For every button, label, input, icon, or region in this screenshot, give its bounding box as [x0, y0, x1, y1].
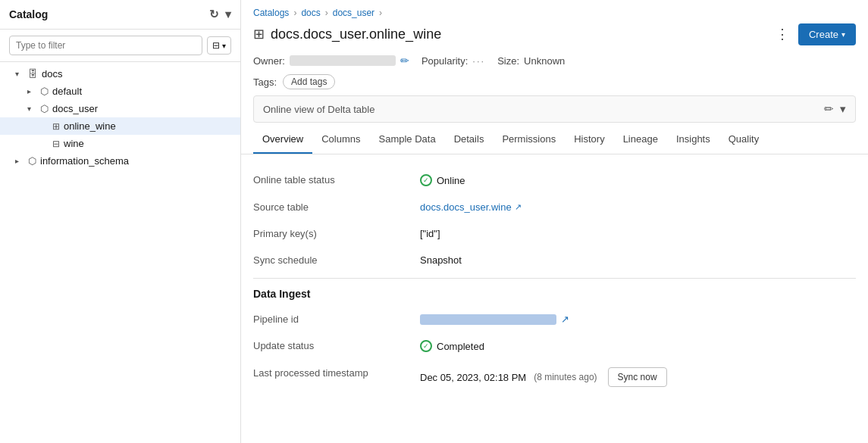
more-options-button[interactable]: ⋮: [772, 23, 792, 45]
tabs-bar: Overview Columns Sample Data Details Per…: [241, 126, 868, 154]
property-last-processed: Last processed timestamp Dec 05, 2023, 0…: [253, 360, 856, 395]
section-divider: [253, 278, 856, 279]
delta-banner-actions: ✏ ▾: [824, 102, 846, 116]
title-bar: ⊞ docs.docs_user.online_wine ⋮ Create ▾: [241, 18, 868, 51]
tab-insights[interactable]: Insights: [667, 126, 719, 154]
sidebar-header-actions: ↻ ▾: [209, 8, 231, 21]
sidebar: Catalog ↻ ▾ ⊟ ▾ ▾ 🗄 docs ▸ ⬡ default ▾ ⬡: [0, 0, 241, 443]
edit-owner-icon[interactable]: ✏: [400, 55, 409, 67]
schema-icon: ⬡: [28, 155, 36, 167]
property-label: Update status: [253, 340, 420, 351]
create-chevron-icon: ▾: [841, 30, 845, 39]
size-field: Size: Unknown: [497, 55, 565, 67]
owner-field: Owner: ✏: [253, 55, 409, 67]
tab-overview[interactable]: Overview: [253, 126, 312, 154]
size-value: Unknown: [524, 55, 565, 67]
filter-button[interactable]: ⊟ ▾: [207, 36, 231, 55]
tree-item-online-wine[interactable]: ▸ ⊞ online_wine: [0, 117, 240, 135]
tags-label: Tags:: [253, 76, 277, 88]
overview-content: Online table status Online Source table …: [241, 154, 868, 443]
property-value: Dec 05, 2023, 02:18 PM (8 minutes ago) S…: [420, 367, 667, 387]
meta-row: Owner: ✏ Popularity: ··· Size: Unknown: [241, 51, 868, 73]
title-right: ⋮ Create ▾: [772, 23, 856, 45]
property-label: Last processed timestamp: [253, 367, 420, 379]
tree-item-docs-user[interactable]: ▾ ⬡ docs_user: [0, 100, 240, 117]
filter-chevron-icon: ▾: [222, 42, 226, 50]
chevron-icon: ▸: [27, 87, 36, 95]
relative-time: (8 minutes ago): [534, 372, 597, 382]
property-value: Online: [420, 174, 465, 186]
tab-lineage[interactable]: Lineage: [614, 126, 667, 154]
owner-label: Owner:: [253, 55, 285, 67]
breadcrumb: Catalogs › docs › docs_user ›: [241, 0, 868, 18]
property-label: Sync schedule: [253, 254, 420, 266]
sync-now-button[interactable]: Sync now: [608, 367, 667, 387]
tree-item-information-schema[interactable]: ▸ ⬡ information_schema: [0, 152, 240, 170]
breadcrumb-sep: ›: [293, 8, 296, 18]
tree-item-default[interactable]: ▸ ⬡ default: [0, 83, 240, 100]
property-value: ["id"]: [420, 228, 440, 239]
create-button[interactable]: Create ▾: [798, 23, 856, 45]
main-content: Catalogs › docs › docs_user › ⊞ docs.doc…: [241, 0, 868, 443]
search-input[interactable]: [9, 36, 202, 55]
external-link-icon: ↗: [515, 202, 522, 212]
filter-icon: ⊟: [212, 40, 220, 51]
sync-schedule-text: Snapshot: [420, 254, 462, 266]
title-left: ⊞ docs.docs_user.online_wine: [253, 26, 441, 42]
refresh-icon[interactable]: ↻: [209, 8, 219, 21]
property-pipeline-id: Pipeline id ↗: [253, 306, 856, 332]
delta-banner: Online view of Delta table ✏ ▾: [253, 95, 856, 123]
chevron-icon: ▾: [27, 105, 36, 113]
property-label: Online table status: [253, 174, 420, 186]
tab-quality[interactable]: Quality: [719, 126, 768, 154]
tab-sample-data[interactable]: Sample Data: [369, 126, 444, 154]
online-table-icon: ⊞: [52, 121, 60, 132]
tags-row: Tags: Add tags: [241, 73, 868, 95]
delta-banner-text: Online view of Delta table: [263, 104, 374, 115]
chevron-icon: ▾: [15, 70, 24, 78]
tree-item-label: online_wine: [64, 120, 116, 132]
collapse-delta-button[interactable]: ▾: [840, 102, 846, 116]
size-label: Size:: [497, 55, 519, 67]
collapse-icon[interactable]: ▾: [225, 8, 231, 21]
tab-columns[interactable]: Columns: [312, 126, 369, 154]
tab-details[interactable]: Details: [445, 126, 494, 154]
tree-item-label: docs: [42, 68, 62, 80]
sidebar-header: Catalog ↻ ▾: [0, 0, 240, 30]
title-table-icon: ⊞: [253, 26, 265, 42]
breadcrumb-docs-user[interactable]: docs_user: [333, 8, 374, 18]
breadcrumb-docs[interactable]: docs: [301, 8, 320, 18]
timestamp-value: Dec 05, 2023, 02:18 PM: [420, 372, 526, 383]
sidebar-search-area: ⊟ ▾: [0, 30, 240, 62]
property-source-table: Source table docs.docs_user.wine ↗: [253, 194, 856, 220]
property-online-status: Online table status Online: [253, 167, 856, 194]
tree-item-label: information_schema: [40, 155, 129, 167]
pipeline-ext-icon[interactable]: ↗: [561, 314, 569, 325]
primary-keys-text: ["id"]: [420, 228, 440, 239]
schema-icon: ⬡: [40, 103, 49, 114]
tab-permissions[interactable]: Permissions: [493, 126, 565, 154]
property-value: Completed: [420, 340, 484, 352]
owner-value-bar: [290, 55, 396, 66]
catalog-tree: ▾ 🗄 docs ▸ ⬡ default ▾ ⬡ docs_user ▸ ⊞ o…: [0, 62, 240, 443]
property-update-status: Update status Completed: [253, 332, 856, 360]
source-table-text: docs.docs_user.wine: [420, 201, 512, 213]
popularity-value: ···: [472, 55, 485, 67]
edit-delta-button[interactable]: ✏: [824, 102, 834, 116]
tree-item-docs[interactable]: ▾ 🗄 docs: [0, 65, 240, 83]
tab-history[interactable]: History: [565, 126, 613, 154]
add-tags-button[interactable]: Add tags: [283, 74, 335, 89]
breadcrumb-catalogs[interactable]: Catalogs: [253, 8, 289, 18]
popularity-label: Popularity:: [421, 55, 468, 67]
tree-item-label: docs_user: [52, 103, 98, 114]
source-table-link[interactable]: docs.docs_user.wine ↗: [420, 201, 522, 213]
create-label: Create: [809, 29, 838, 40]
chevron-icon: ▸: [15, 157, 24, 165]
breadcrumb-sep: ›: [325, 8, 328, 18]
data-ingest-title: Data Ingest: [253, 288, 856, 300]
tree-item-wine[interactable]: ▸ ⊟ wine: [0, 135, 240, 152]
property-value: ↗: [420, 314, 569, 325]
property-value: Snapshot: [420, 254, 462, 266]
property-label: Primary key(s): [253, 228, 420, 239]
property-value: docs.docs_user.wine ↗: [420, 201, 522, 213]
